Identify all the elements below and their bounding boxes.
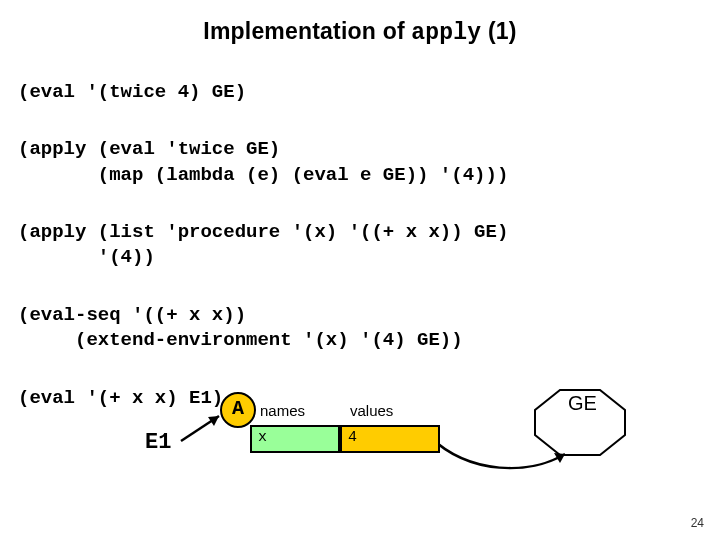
- title-suffix: (1): [481, 18, 516, 44]
- environment-diagram: GE E1 A names values x 4: [0, 380, 720, 500]
- code-line-4: (eval-seq '((+ x x)) (extend-environment…: [18, 303, 702, 354]
- page-number: 24: [691, 516, 704, 530]
- code-line-2: (apply (eval 'twice GE) (map (lambda (e)…: [18, 137, 702, 188]
- code-line-1: (eval '(twice 4) GE): [18, 80, 702, 106]
- slide-title: Implementation of apply (1): [0, 0, 720, 46]
- ge-label: GE: [568, 392, 597, 414]
- names-cell: x: [250, 425, 340, 453]
- values-header: values: [350, 402, 393, 419]
- names-header: names: [260, 402, 305, 419]
- title-mono: apply: [411, 20, 481, 46]
- code-line-3: (apply (list 'procedure '(x) '((+ x x)) …: [18, 220, 702, 271]
- title-prefix: Implementation of: [203, 18, 411, 44]
- e1-label: E1: [145, 430, 171, 455]
- a-circle: A: [220, 392, 256, 428]
- values-cell: 4: [340, 425, 440, 453]
